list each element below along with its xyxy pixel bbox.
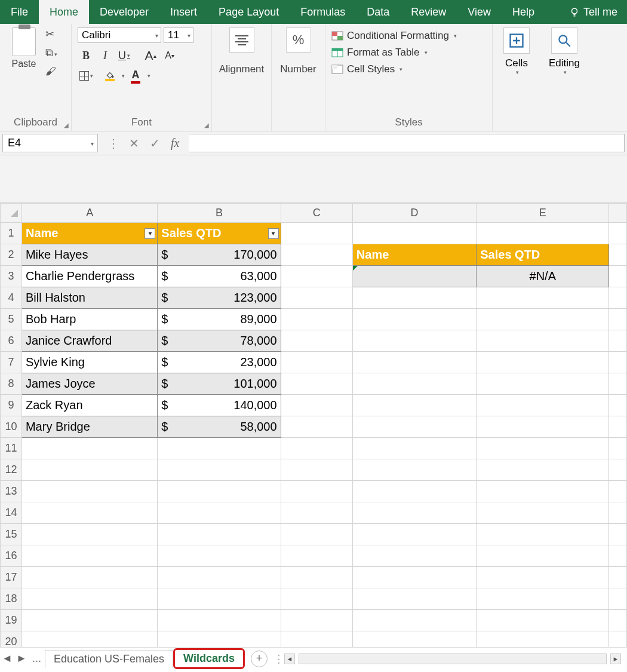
chevron-down-icon[interactable]: ▾ [147, 73, 150, 79]
sheet-nav-prev[interactable]: ◄ [0, 652, 14, 665]
tab-home[interactable]: Home [39, 0, 89, 24]
cell[interactable]: $78,000 [158, 330, 281, 352]
filter-icon[interactable]: ▾ [145, 228, 155, 239]
cell[interactable] [352, 287, 476, 309]
cell[interactable] [21, 459, 157, 481]
cell[interactable] [477, 524, 609, 545]
row-header-9[interactable]: 9 [1, 395, 22, 416]
increase-font-button[interactable]: A▴ [142, 48, 159, 63]
cell[interactable] [609, 395, 627, 416]
cell[interactable]: Name [352, 244, 476, 266]
cell[interactable] [609, 438, 627, 459]
cell[interactable] [609, 223, 627, 244]
cell[interactable] [281, 330, 352, 352]
font-size-combo[interactable]: 11▾ [164, 27, 193, 43]
cell[interactable]: Name▾ [21, 223, 157, 244]
cell[interactable] [609, 416, 627, 438]
cell[interactable] [281, 610, 352, 631]
cell[interactable] [158, 438, 281, 459]
cell[interactable] [609, 287, 627, 309]
options-icon[interactable]: ⋮ [107, 136, 118, 151]
tab-formulas[interactable]: Formulas [290, 0, 356, 24]
tell-me[interactable]: Tell me [560, 0, 627, 24]
cell[interactable] [281, 352, 352, 373]
cell[interactable] [352, 610, 476, 631]
cell[interactable] [158, 610, 281, 631]
cell[interactable] [352, 545, 476, 567]
tab-help[interactable]: Help [502, 0, 545, 24]
cancel-icon[interactable]: ✕ [129, 136, 139, 151]
conditional-formatting-button[interactable]: Conditional Formatting ▾ [331, 30, 486, 42]
cell[interactable] [158, 502, 281, 524]
cell[interactable] [477, 459, 609, 481]
cell[interactable] [477, 416, 609, 438]
cell[interactable] [609, 524, 627, 545]
row-header-19[interactable]: 19 [1, 610, 22, 631]
cell[interactable] [158, 524, 281, 545]
cell[interactable] [158, 567, 281, 588]
cell[interactable] [281, 309, 352, 330]
tab-data[interactable]: Data [356, 0, 400, 24]
spreadsheet-grid[interactable]: A B C D E 1Name▾Sales QTD▾2Mike Hayes$17… [0, 203, 627, 653]
cell[interactable] [281, 481, 352, 502]
cut-icon[interactable]: ✂ [45, 27, 57, 41]
sheet-tab-wildcards[interactable]: Wildcards [173, 648, 245, 669]
cell[interactable] [21, 610, 157, 631]
cell[interactable]: $58,000 [158, 416, 281, 438]
decrease-font-button[interactable]: A▾ [161, 48, 178, 63]
cell[interactable] [352, 395, 476, 416]
cell[interactable] [477, 502, 609, 524]
clipboard-launcher-icon[interactable]: ◢ [64, 122, 69, 128]
tab-page-layout[interactable]: Page Layout [208, 0, 290, 24]
cell[interactable] [352, 330, 476, 352]
add-sheet-button[interactable]: + [251, 650, 268, 667]
cell[interactable]: Sales QTD▾ [158, 223, 281, 244]
cell[interactable] [352, 524, 476, 545]
cell[interactable] [609, 352, 627, 373]
cell[interactable] [352, 352, 476, 373]
row-header-16[interactable]: 16 [1, 545, 22, 567]
cell[interactable]: $89,000 [158, 309, 281, 330]
cell[interactable]: Sales QTD [477, 244, 609, 266]
cell[interactable]: $101,000 [158, 373, 281, 395]
cell[interactable] [609, 610, 627, 631]
cell[interactable] [21, 545, 157, 567]
fill-color-button[interactable] [102, 68, 118, 84]
cell[interactable]: Zack Ryan [21, 395, 157, 416]
select-all-button[interactable] [1, 204, 22, 223]
cell[interactable] [158, 588, 281, 610]
col-header-B[interactable]: B [158, 204, 281, 223]
cell[interactable]: $140,000 [158, 395, 281, 416]
horizontal-scrollbar[interactable]: ◄ ► [284, 653, 627, 664]
cell[interactable]: Sylvie King [21, 352, 157, 373]
italic-button[interactable]: I [97, 48, 113, 63]
filter-icon[interactable]: ▾ [268, 228, 279, 239]
cell[interactable] [477, 373, 609, 395]
cell[interactable] [281, 438, 352, 459]
cell[interactable]: Mike Hayes [21, 244, 157, 266]
cell[interactable] [352, 438, 476, 459]
cell[interactable] [609, 244, 627, 266]
cell[interactable] [281, 502, 352, 524]
cell[interactable] [281, 395, 352, 416]
name-box[interactable]: E4 ▾ [2, 134, 98, 152]
cell[interactable] [477, 610, 609, 631]
cell[interactable] [352, 481, 476, 502]
cell[interactable] [609, 309, 627, 330]
col-header-C[interactable]: C [281, 204, 352, 223]
cell[interactable] [21, 524, 157, 545]
cell[interactable]: $23,000 [158, 352, 281, 373]
cell[interactable] [21, 481, 157, 502]
cell[interactable] [477, 481, 609, 502]
cell[interactable] [609, 502, 627, 524]
scroll-left-icon[interactable]: ◄ [284, 653, 295, 664]
font-color-button[interactable]: A [127, 68, 144, 84]
cell[interactable] [281, 416, 352, 438]
enter-icon[interactable]: ✓ [150, 136, 160, 151]
row-header-1[interactable]: 1 [1, 223, 22, 244]
cell[interactable] [477, 223, 609, 244]
row-header-15[interactable]: 15 [1, 524, 22, 545]
row-header-6[interactable]: 6 [1, 330, 22, 352]
cell[interactable] [477, 287, 609, 309]
cells-button[interactable]: Cells ▾ [499, 27, 534, 75]
